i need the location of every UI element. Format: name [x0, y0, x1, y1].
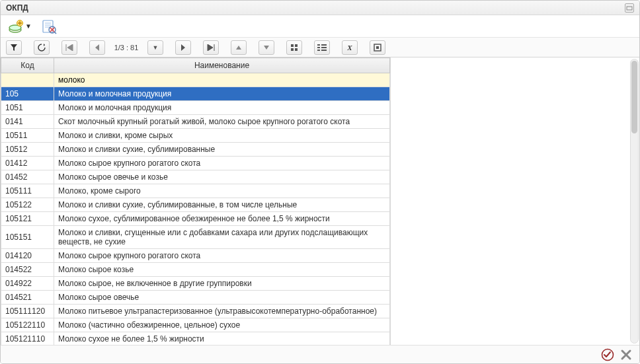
confirm-button[interactable]	[601, 348, 614, 361]
cell-code: 01412	[1, 157, 54, 170]
svg-line-9	[54, 32, 56, 34]
filter-name-input[interactable]	[54, 73, 389, 87]
cell-name: Молоко сухое, сублимированное обезжиренн…	[54, 212, 390, 226]
cell-code: 105111120	[1, 305, 54, 318]
cell-code: 105	[1, 87, 54, 101]
cell-name: Молоко и молочная продукция	[54, 87, 390, 101]
cell-name: Молоко и молочная продукция	[54, 101, 390, 115]
svg-rect-0	[627, 7, 632, 10]
svg-rect-11	[295, 44, 298, 47]
cell-name: Молоко сырое овечье и козье	[54, 170, 390, 184]
results-table: Код Наименование 105Молоко и молочная пр…	[1, 57, 390, 345]
grid-wrap: Код Наименование 105Молоко и молочная пр…	[1, 57, 391, 345]
table-row[interactable]: 014522Молоко сырое козье	[1, 263, 390, 277]
titlebar: ОКПД	[1, 1, 639, 15]
svg-rect-13	[295, 48, 298, 51]
table-row[interactable]: 105Молоко и молочная продукция	[1, 87, 390, 101]
svg-rect-10	[291, 44, 294, 47]
sort-asc-button[interactable]	[231, 40, 247, 55]
cell-name: Молоко сырое овечье	[54, 291, 390, 305]
vertical-scrollbar[interactable]	[630, 59, 639, 344]
cell-code: 105121	[1, 212, 54, 226]
minimize-button[interactable]	[625, 3, 634, 13]
cell-code: 105121110	[1, 332, 54, 346]
cell-name: Молоко, кроме сырого	[54, 184, 390, 198]
select-button[interactable]	[370, 40, 385, 55]
prev-page-button[interactable]	[89, 40, 105, 55]
columns-button[interactable]	[314, 40, 330, 55]
svg-rect-14	[317, 44, 320, 46]
table-row[interactable]: 10512Молоко и сливки сухие, сублимирован…	[1, 143, 390, 157]
table-row[interactable]: 014120Молоко сырое крупного рогатого ско…	[1, 249, 390, 263]
pager-label: 1/3 : 81	[109, 44, 143, 52]
cell-code: 105151	[1, 226, 54, 249]
table-row[interactable]: 0141Скот молочный крупный рогатый живой,…	[1, 115, 390, 129]
cell-name: Молоко и сливки, сгущенные или с добавка…	[54, 226, 390, 249]
table-row[interactable]: 105122Молоко и сливки сухие, сублимирова…	[1, 198, 390, 212]
column-header-code[interactable]: Код	[1, 58, 54, 73]
table-row[interactable]: 014922Молоко сырое, не включенное в друг…	[1, 277, 390, 291]
cell-code: 014922	[1, 277, 54, 291]
cell-name: Молоко сырое, не включенное в другие гру…	[54, 277, 390, 291]
cell-code: 014522	[1, 263, 54, 277]
content-area: Код Наименование 105Молоко и молочная пр…	[1, 57, 639, 345]
add-record-button[interactable]: ▼	[6, 17, 34, 36]
cancel-button[interactable]	[620, 348, 633, 361]
primary-toolbar: ▼	[1, 15, 639, 38]
cell-name: Молоко и сливки, кроме сырых	[54, 129, 390, 143]
navigation-toolbar: 1/3 : 81 ▼ X	[1, 38, 639, 57]
svg-rect-15	[321, 44, 327, 46]
cell-name: Молоко сырое крупного рогатого скота	[54, 249, 390, 263]
window-title: ОКПД	[6, 3, 28, 13]
next-page-button[interactable]	[175, 40, 191, 55]
table-row[interactable]: 105111120Молоко питьевое ультрапастеризо…	[1, 305, 390, 318]
cell-name: Молоко и сливки сухие, сублимированные, …	[54, 198, 390, 212]
table-row[interactable]: 1051Молоко и молочная продукция	[1, 101, 390, 115]
filter-row	[1, 73, 390, 87]
last-page-button[interactable]	[203, 40, 219, 55]
filter-button[interactable]	[6, 40, 22, 55]
cell-code: 105111	[1, 184, 54, 198]
pager-dropdown-button[interactable]: ▼	[147, 40, 163, 55]
table-row[interactable]: 01412Молоко сырое крупного рогатого скот…	[1, 157, 390, 170]
cell-name: Молоко питьевое ультрапастеризованное (у…	[54, 305, 390, 318]
table-row[interactable]: 105111Молоко, кроме сырого	[1, 184, 390, 198]
svg-rect-18	[317, 50, 320, 51]
cell-code: 01452	[1, 170, 54, 184]
cell-code: 1051	[1, 101, 54, 115]
table-row[interactable]: 105121110Молоко сухое не более 1,5 % жир…	[1, 332, 390, 346]
cell-name: Молоко сырое козье	[54, 263, 390, 277]
cell-code: 014120	[1, 249, 54, 263]
detail-panel	[391, 57, 639, 345]
refresh-button[interactable]	[34, 40, 50, 55]
svg-rect-16	[317, 47, 320, 48]
grid-view-button[interactable]	[286, 40, 302, 55]
svg-rect-21	[376, 46, 379, 49]
sort-desc-button[interactable]	[259, 40, 274, 55]
export-excel-button[interactable]: X	[342, 40, 358, 55]
cell-code: 105122110	[1, 318, 54, 332]
column-header-name[interactable]: Наименование	[54, 58, 390, 73]
cell-code: 105122	[1, 198, 54, 212]
table-row[interactable]: 105151Молоко и сливки, сгущенные или с д…	[1, 226, 390, 249]
cell-code: 0141	[1, 115, 54, 129]
table-row[interactable]: 105121Молоко сухое, сублимированное обез…	[1, 212, 390, 226]
cell-code: 10512	[1, 143, 54, 157]
svg-rect-12	[291, 48, 294, 51]
first-page-button[interactable]	[61, 40, 77, 55]
filter-code-input[interactable]	[1, 73, 54, 87]
table-row[interactable]: 014521Молоко сырое овечье	[1, 291, 390, 305]
cell-code: 10511	[1, 129, 54, 143]
footer-bar	[1, 345, 639, 363]
svg-rect-19	[321, 50, 327, 51]
scrollbar-thumb[interactable]	[631, 61, 637, 133]
table-row[interactable]: 10511Молоко и сливки, кроме сырых	[1, 129, 390, 143]
table-row[interactable]: 105122110Молоко (частично обезжиренное, …	[1, 318, 390, 332]
cell-name: Молоко сырое крупного рогатого скота	[54, 157, 390, 170]
cell-name: Молоко и сливки сухие, сублимированные	[54, 143, 390, 157]
clear-filter-button[interactable]	[39, 17, 59, 36]
table-row[interactable]: 01452Молоко сырое овечье и козье	[1, 170, 390, 184]
cell-name: Скот молочный крупный рогатый живой, мол…	[54, 115, 390, 129]
cell-name: Молоко сухое не более 1,5 % жирности	[54, 332, 390, 346]
cell-code: 014521	[1, 291, 54, 305]
